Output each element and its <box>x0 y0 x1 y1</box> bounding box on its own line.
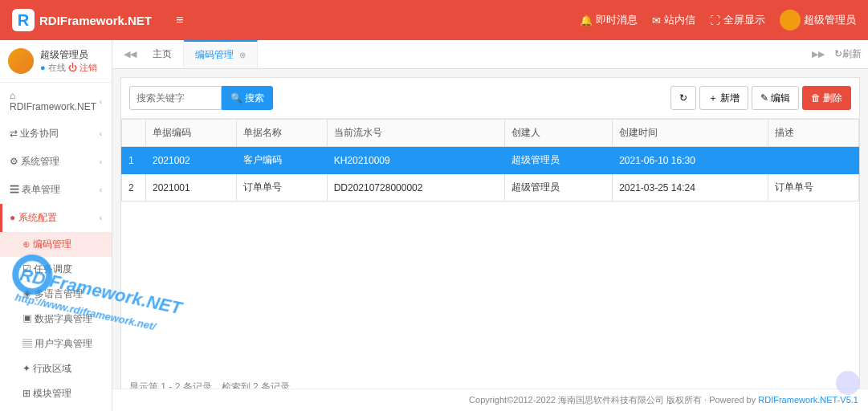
table-header[interactable] <box>122 120 146 147</box>
sidebar-user-info: 超级管理员 ● 在线 ⏻ 注销 <box>0 40 112 83</box>
edit-button[interactable]: ✎编辑 <box>752 86 799 110</box>
nav-user[interactable]: 超级管理员 <box>780 10 856 31</box>
status-dot-icon: ● <box>40 63 46 72</box>
avatar-icon <box>780 10 801 31</box>
tab-close-icon[interactable]: ⊗ <box>239 51 246 59</box>
top-header: R RDIFramework.NET ≡ 🔔即时消息 ✉站内信 ⛶全屏显示 超级… <box>0 0 868 40</box>
sidebar-subitem[interactable]: ⊞ 模块管理 <box>0 381 112 406</box>
table-header[interactable]: 单据编码 <box>146 120 237 147</box>
plus-icon: ＋ <box>708 92 718 105</box>
user-avatar-icon <box>8 48 34 74</box>
table-cell: 2021002 <box>146 147 237 174</box>
sidebar-username: 超级管理员 <box>40 48 97 62</box>
tab-next-icon[interactable]: ▶▶ <box>807 49 829 59</box>
footer: Copyright©2012-2022 海南国思软件科技有限公司 版权所有 · … <box>112 389 868 411</box>
main-area: ◀◀ 主页 编码管理 ⊗ ▶▶ ↻刷新 🔍搜索 ↻ ＋新增 ✎编辑 🗑删除 <box>112 40 868 411</box>
footer-link[interactable]: RDIFramework.NET-V5.1 <box>758 395 858 405</box>
table-cell: 2 <box>122 174 146 201</box>
table-cell: 2021-03-25 14:24 <box>613 174 768 201</box>
header-nav: 🔔即时消息 ✉站内信 ⛶全屏显示 超级管理员 <box>580 10 856 31</box>
tabs-refresh[interactable]: ↻刷新 <box>834 47 862 61</box>
sidebar-item[interactable]: ⇄ 业务协同‹ <box>0 120 112 148</box>
sidebar-item[interactable]: ☰ 表单管理‹ <box>0 176 112 204</box>
table-header[interactable]: 单据名称 <box>236 120 327 147</box>
nav-instant-msg[interactable]: 🔔即时消息 <box>580 13 638 27</box>
sidebar-item[interactable]: ● 系统配置‹ <box>0 204 112 232</box>
search-button[interactable]: 🔍搜索 <box>222 86 273 110</box>
chevron-left-icon: ‹ <box>100 287 102 296</box>
tab-active[interactable]: 编码管理 ⊗ <box>184 40 258 68</box>
content-panel: 🔍搜索 ↻ ＋新增 ✎编辑 🗑删除 单据编码单据名称当前流水号创建人创建时间描述… <box>120 77 860 403</box>
sidebar-subitem[interactable]: ▤ 用户字典管理 <box>0 332 112 356</box>
sidebar-item[interactable]: ⌂ RDIFramework.NET‹ <box>0 83 112 120</box>
table-cell: KH20210009 <box>327 147 505 174</box>
add-button[interactable]: ＋新增 <box>699 86 748 110</box>
chevron-left-icon: ‹ <box>100 185 102 194</box>
table-cell: 客户编码 <box>236 147 327 174</box>
search-icon: 🔍 <box>230 92 242 104</box>
sidebar-subitem[interactable]: ◈ 多语言管理 ‹ <box>0 282 112 307</box>
table-cell: 订单单号 <box>768 174 859 201</box>
search-input[interactable] <box>129 86 222 110</box>
table-row[interactable]: 22021001订单单号DD20210728000002超级管理员2021-03… <box>122 174 859 201</box>
sidebar-subitem[interactable]: ⊕ 编码管理 <box>0 232 112 257</box>
sidebar-subitem[interactable]: ✂ 表字段管理 <box>0 406 112 411</box>
nav-fullscreen[interactable]: ⛶全屏显示 <box>710 13 765 27</box>
brand-text: RDIFramework.NET <box>39 14 152 27</box>
logout-link[interactable]: ⏻ 注销 <box>68 63 97 72</box>
trash-icon: 🗑 <box>811 92 821 104</box>
chevron-left-icon: ‹ <box>100 157 102 166</box>
tab-home[interactable]: 主页 <box>141 41 184 67</box>
toolbar: 🔍搜索 ↻ ＋新增 ✎编辑 🗑删除 <box>121 78 859 119</box>
pencil-icon: ✎ <box>760 92 768 104</box>
delete-button[interactable]: 🗑删除 <box>802 86 851 110</box>
data-table: 单据编码单据名称当前流水号创建人创建时间描述 12021002客户编码KH202… <box>121 119 859 201</box>
sidebar-subitem[interactable]: ☑ 任务调度 <box>0 257 112 282</box>
table-row[interactable]: 12021002客户编码KH20210009超级管理员2021-06-10 16… <box>122 147 859 174</box>
tab-prev-icon[interactable]: ◀◀ <box>119 49 141 59</box>
table-header[interactable]: 创建时间 <box>613 120 768 147</box>
nav-inbox[interactable]: ✉站内信 <box>652 13 695 27</box>
chevron-left-icon: ‹ <box>100 129 102 138</box>
sidebar-subitem[interactable]: ▣ 数据字典管理 <box>0 307 112 332</box>
scroll-top-button[interactable] <box>836 371 860 395</box>
table-cell: 订单单号 <box>236 174 327 201</box>
chevron-left-icon: ‹ <box>100 97 102 106</box>
sidebar: 超级管理员 ● 在线 ⏻ 注销 ⌂ RDIFramework.NET‹⇄ 业务协… <box>0 40 112 411</box>
logo-icon: R <box>12 9 35 31</box>
mail-icon: ✉ <box>652 14 661 26</box>
chevron-left-icon: ‹ <box>100 214 102 222</box>
table-cell: 超级管理员 <box>505 147 613 174</box>
table-header[interactable]: 描述 <box>768 120 859 147</box>
tabs-bar: ◀◀ 主页 编码管理 ⊗ ▶▶ ↻刷新 <box>112 40 868 69</box>
table-header[interactable]: 创建人 <box>505 120 613 147</box>
sidebar-subitem[interactable]: ✦ 行政区域 <box>0 356 112 381</box>
sidebar-item[interactable]: ⚙ 系统管理‹ <box>0 148 112 176</box>
table-cell: DD20210728000002 <box>327 174 505 201</box>
brand-logo[interactable]: R RDIFramework.NET <box>12 9 152 31</box>
table-cell <box>768 147 859 174</box>
table-cell: 超级管理员 <box>505 174 613 201</box>
bell-icon: 🔔 <box>580 14 593 26</box>
hamburger-icon[interactable]: ≡ <box>176 13 183 27</box>
table-cell: 2021001 <box>146 174 237 201</box>
table-cell: 1 <box>122 147 146 174</box>
expand-icon: ⛶ <box>710 14 720 26</box>
refresh-button[interactable]: ↻ <box>670 86 696 110</box>
table-cell: 2021-06-10 16:30 <box>613 147 768 174</box>
table-header[interactable]: 当前流水号 <box>327 120 505 147</box>
sidebar-status: ● 在线 ⏻ 注销 <box>40 62 97 74</box>
